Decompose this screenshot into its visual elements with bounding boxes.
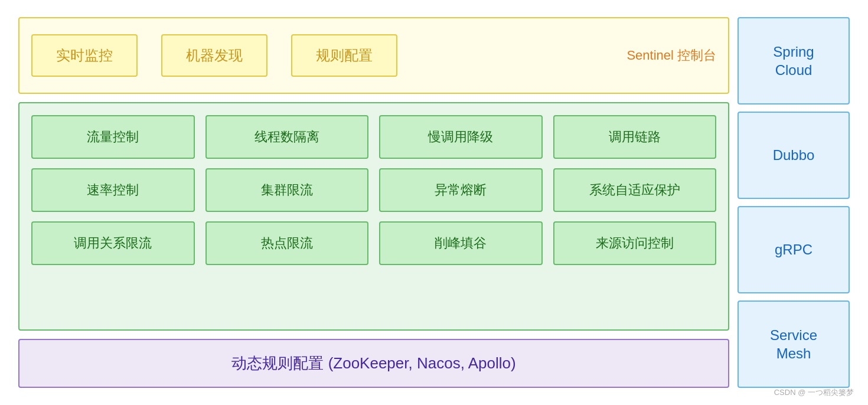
sidebar-spring-cloud: SpringCloud bbox=[738, 17, 850, 104]
sentinel-box-config: 规则配置 bbox=[291, 34, 397, 77]
dynamic-panel: 动态规则配置 (ZooKeeper, Nacos, Apollo) bbox=[18, 339, 729, 388]
features-row-1: 流量控制 线程数隔离 慢调用降级 调用链路 bbox=[31, 115, 716, 159]
sentinel-panel: 实时监控 机器发现 规则配置 Sentinel 控制台 bbox=[18, 17, 729, 94]
features-panel: 流量控制 线程数隔离 慢调用降级 调用链路 速率控制 集群限流 bbox=[18, 102, 729, 331]
sidebar-service-mesh: ServiceMesh bbox=[738, 301, 850, 388]
sentinel-box-monitor: 实时监控 bbox=[31, 34, 138, 77]
feature-relation-limit: 调用关系限流 bbox=[31, 221, 195, 265]
left-section: 实时监控 机器发现 规则配置 Sentinel 控制台 流量控制 线程数隔离 bbox=[18, 17, 729, 388]
feature-slow-degrade: 慢调用降级 bbox=[379, 115, 543, 159]
feature-flow-control: 流量控制 bbox=[31, 115, 195, 159]
features-row-2: 速率控制 集群限流 异常熔断 系统自适应保护 bbox=[31, 168, 716, 212]
feature-call-chain: 调用链路 bbox=[553, 115, 717, 159]
right-sidebar: SpringCloud Dubbo gRPC ServiceMesh bbox=[738, 17, 850, 388]
features-row-3: 调用关系限流 热点限流 削峰填谷 来源访问控制 bbox=[31, 221, 716, 265]
feature-adaptive-protect: 系统自适应保护 bbox=[553, 168, 717, 212]
feature-source-control: 来源访问控制 bbox=[553, 221, 717, 265]
feature-peak-shaving: 削峰填谷 bbox=[379, 221, 543, 265]
feature-circuit-breaker: 异常熔断 bbox=[379, 168, 543, 212]
sidebar-grpc: gRPC bbox=[738, 206, 850, 293]
watermark: CSDN @ 一つ稻尖篓梦 bbox=[774, 387, 854, 398]
feature-cluster-limit: 集群限流 bbox=[205, 168, 369, 212]
feature-rate-control: 速率控制 bbox=[31, 168, 195, 212]
sentinel-label: Sentinel 控制台 bbox=[626, 47, 716, 64]
feature-thread-isolation: 线程数隔离 bbox=[205, 115, 369, 159]
sentinel-boxes: 实时监控 机器发现 规则配置 bbox=[31, 34, 615, 77]
main-container: 实时监控 机器发现 规则配置 Sentinel 控制台 流量控制 线程数隔离 bbox=[9, 8, 859, 397]
feature-hotspot-limit: 热点限流 bbox=[205, 221, 369, 265]
sidebar-dubbo: Dubbo bbox=[738, 112, 850, 199]
sentinel-box-discover: 机器发现 bbox=[161, 34, 267, 77]
